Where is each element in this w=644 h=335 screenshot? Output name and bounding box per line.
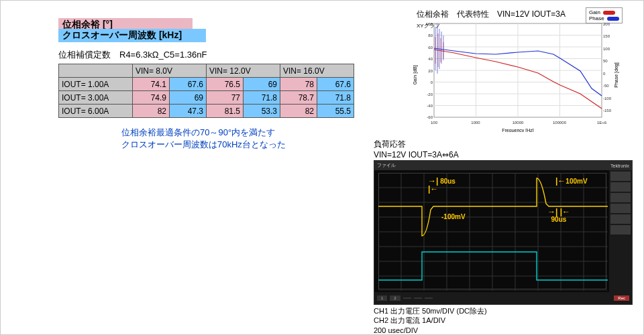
svg-text:100: 100 bbox=[431, 121, 438, 125]
ann-t1: →| 80us|← bbox=[428, 177, 455, 193]
vin-col-2: VIN= 16.0V bbox=[280, 64, 354, 78]
header-crossover-freq: クロスオーバー周波数 [kHz] bbox=[58, 29, 206, 42]
results-table: VIN= 8.0V VIN= 12.0V VIN= 16.0V IOUT= 1.… bbox=[58, 64, 354, 118]
scope-side-panel bbox=[609, 170, 632, 292]
svg-text:80: 80 bbox=[428, 34, 433, 38]
oscilloscope-screenshot: ファイルTektronix 12Rec →| 80us|← -100mV |← … bbox=[374, 160, 633, 305]
bode-ylabel-left: Gain [dB] bbox=[413, 65, 418, 84]
compensation-constants: 位相補償定数 R4=6.3kΩ_C5=1.36nF bbox=[58, 49, 207, 61]
svg-text:20: 20 bbox=[428, 69, 433, 73]
svg-text:-50: -50 bbox=[603, 84, 609, 88]
svg-text:-40: -40 bbox=[427, 104, 433, 108]
vin-col-1: VIN= 12.0V bbox=[207, 64, 280, 78]
svg-text:60: 60 bbox=[428, 46, 433, 50]
svg-text:150: 150 bbox=[603, 34, 610, 38]
ann-t2: →| |← 90us bbox=[547, 208, 570, 223]
ann-v1: -100mV bbox=[441, 213, 466, 220]
bode-ylabel-right: Phase [deg] bbox=[614, 62, 619, 87]
scope-titlebar: ファイルTektronix bbox=[374, 161, 632, 170]
conclusion-note: 位相余裕最適条件の70～90°内を満たすクロスオーバー周波数は70kHz台となっ… bbox=[121, 127, 286, 151]
svg-text:0: 0 bbox=[431, 80, 433, 84]
svg-text:-150: -150 bbox=[603, 109, 612, 113]
svg-text:200: 200 bbox=[603, 22, 610, 26]
svg-text:100: 100 bbox=[426, 22, 433, 26]
svg-text:100: 100 bbox=[603, 47, 610, 51]
svg-text:50: 50 bbox=[603, 59, 608, 63]
bode-xlabel: Frequency [Hz] bbox=[502, 128, 534, 132]
vin-col-0: VIN= 8.0V bbox=[133, 64, 207, 78]
svg-text:-20: -20 bbox=[427, 92, 433, 96]
ann-v2: |← 100mV bbox=[555, 177, 588, 185]
bode-plot: 100806040200-20-40-60 200150100500-50-10… bbox=[411, 18, 623, 132]
svg-text:-60: -60 bbox=[427, 115, 433, 119]
svg-text:1E+6: 1E+6 bbox=[597, 121, 607, 125]
scope-bottom-bar: 12Rec bbox=[374, 292, 632, 304]
table-row: IOUT= 6.00A 8247.3 81.553.3 8255.5 bbox=[59, 105, 354, 118]
svg-text:10000: 10000 bbox=[513, 121, 524, 125]
load-response-title: 負荷応答VIN=12V IOUT=3A⇔6A bbox=[374, 139, 459, 159]
scope-waveforms bbox=[378, 173, 608, 291]
svg-text:100000: 100000 bbox=[553, 121, 567, 125]
svg-text:1000: 1000 bbox=[471, 121, 480, 125]
table-row: IOUT= 1.00A 74.167.6 76.569 7867.6 bbox=[59, 78, 354, 91]
table-row: IOUT= 3.00A 74.969 7771.8 78.771.8 bbox=[59, 91, 354, 105]
svg-text:-100: -100 bbox=[603, 96, 612, 100]
load-response-caption: CH1 出力電圧 50mv/DIV (DC除去) CH2 出力電流 1A/DIV… bbox=[374, 306, 487, 335]
svg-text:0: 0 bbox=[603, 72, 606, 76]
svg-text:40: 40 bbox=[428, 57, 433, 61]
